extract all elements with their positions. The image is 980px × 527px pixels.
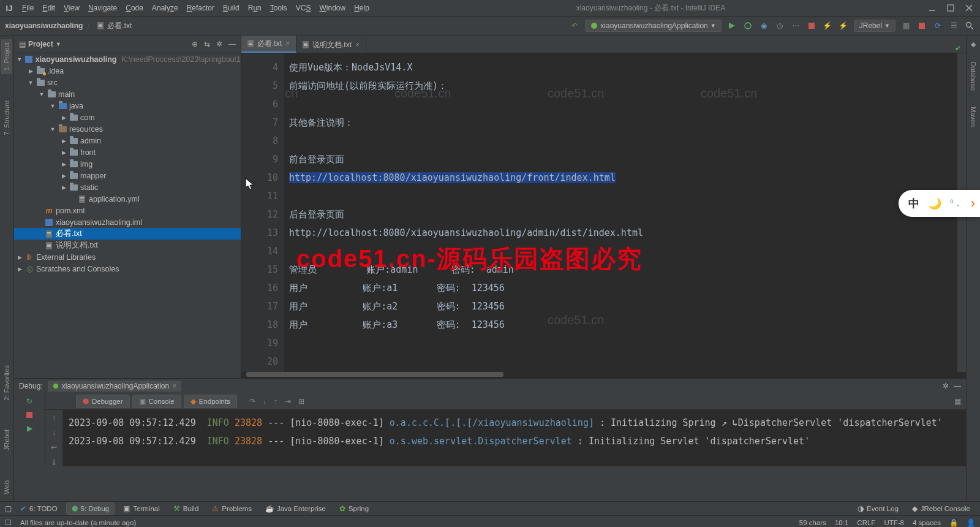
editor-tab-bikan[interactable]: 必看.txt× bbox=[241, 36, 296, 53]
menu-build[interactable]: Build bbox=[219, 2, 243, 14]
tree-folder-idea[interactable]: ▶.idea bbox=[14, 65, 241, 77]
menu-file[interactable]: File bbox=[18, 2, 37, 14]
menu-vcs[interactable]: VCS bbox=[292, 2, 315, 14]
tool-problems[interactable]: ⚠Problems bbox=[207, 503, 257, 514]
menu-edit[interactable]: Edit bbox=[39, 2, 59, 14]
expand-icon[interactable]: ⇆ bbox=[204, 40, 210, 48]
search-icon[interactable] bbox=[964, 20, 975, 31]
run-to-cursor-icon[interactable]: ⇥ bbox=[285, 397, 291, 406]
tool-tab-maven[interactable]: Maven bbox=[968, 104, 978, 129]
rerun-icon[interactable]: ↻ bbox=[26, 397, 32, 406]
tool-tab-database[interactable]: Database bbox=[968, 59, 978, 93]
debugger-tab[interactable]: ⬢Debugger bbox=[76, 395, 130, 408]
debug-button[interactable] bbox=[742, 20, 753, 31]
close-tab-icon[interactable]: × bbox=[355, 40, 360, 49]
status-lock-icon[interactable]: 🔒 bbox=[949, 518, 958, 527]
tool-todo[interactable]: ✔6: TODO bbox=[15, 503, 62, 514]
console-output[interactable]: 2023-09-08 09:57:12.429 INFO 23828 --- [… bbox=[62, 410, 966, 466]
ime-punct-icon[interactable]: ⁰， bbox=[950, 198, 962, 209]
locate-icon[interactable]: ⊕ bbox=[192, 40, 198, 48]
up-icon[interactable]: ↑ bbox=[52, 414, 56, 422]
hide-icon[interactable]: — bbox=[954, 382, 961, 390]
tool-event-log[interactable]: ◑Event Log bbox=[853, 503, 903, 514]
tool-tab-project[interactable]: 1: Project bbox=[1, 39, 12, 74]
ime-lang-label[interactable]: 中 bbox=[908, 196, 919, 211]
step-into-icon[interactable]: ↓ bbox=[263, 397, 266, 406]
tree-folder-static[interactable]: ▶static bbox=[14, 181, 241, 193]
tree-folder-front[interactable]: ▶front bbox=[14, 146, 241, 158]
build-icon[interactable]: ▦ bbox=[900, 20, 911, 31]
status-sync-icon[interactable]: ☐ bbox=[5, 518, 12, 527]
console-tab[interactable]: ▣Console bbox=[132, 395, 181, 408]
status-inspection-icon[interactable]: 👤 bbox=[967, 518, 975, 527]
status-encoding[interactable]: UTF-8 bbox=[884, 519, 904, 526]
back-arrow-icon[interactable]: ↶ bbox=[569, 20, 580, 31]
stop-button[interactable] bbox=[806, 20, 817, 31]
tree-file-iml[interactable]: xiaoyuansiwuzhaoling.iml bbox=[14, 216, 241, 228]
status-line-separator[interactable]: CRLF bbox=[857, 519, 875, 526]
tool-window-quick-access[interactable]: ▢ bbox=[5, 504, 12, 513]
layout-icon[interactable]: ▦ bbox=[949, 397, 966, 406]
tree-root[interactable]: ▼xiaoyuansiwuzhaolingK:\needProccess\202… bbox=[14, 53, 241, 65]
close-icon[interactable]: × bbox=[172, 382, 176, 390]
tree-folder-main[interactable]: ▼main bbox=[14, 88, 241, 100]
breadcrumb-file[interactable]: 必看.txt bbox=[107, 21, 132, 31]
coverage-icon[interactable]: ◉ bbox=[758, 20, 769, 31]
step-over-icon[interactable]: ↷ bbox=[249, 397, 255, 406]
tree-file-shuoming[interactable]: 说明文档.txt bbox=[14, 240, 241, 251]
tree-folder-mapper[interactable]: ▶mapper bbox=[14, 170, 241, 181]
tree-file-pom[interactable]: mpom.xml bbox=[14, 205, 241, 216]
inspection-ok-icon[interactable]: ✔ bbox=[950, 44, 966, 53]
close-button[interactable] bbox=[965, 4, 973, 12]
notification-icon[interactable]: ◆ bbox=[971, 40, 976, 48]
tool-jrebel-console[interactable]: ◆JRebel Console bbox=[907, 503, 975, 514]
tree-folder-java[interactable]: ▼java bbox=[14, 100, 241, 112]
tool-spring[interactable]: ✿Spring bbox=[334, 503, 374, 514]
menu-window[interactable]: Window bbox=[315, 2, 349, 14]
jrebel-dropdown[interactable]: JRebel ▼ bbox=[854, 20, 895, 32]
tool-debug[interactable]: ⬢5: Debug bbox=[66, 502, 115, 515]
status-indent[interactable]: 4 spaces bbox=[913, 519, 941, 526]
menu-tools[interactable]: Tools bbox=[266, 2, 291, 14]
evaluate-icon[interactable]: ⊞ bbox=[298, 397, 304, 406]
tree-scratches[interactable]: ▶◎Scratches and Consoles bbox=[14, 263, 241, 275]
debug-session-tab[interactable]: xiaoyuansiwuzhaolingApplication× bbox=[48, 381, 181, 392]
tool-tab-favorites[interactable]: 2: Favorites bbox=[2, 363, 12, 403]
tool-build[interactable]: ⚒Build bbox=[168, 503, 204, 514]
menu-analyze[interactable]: Analyze bbox=[148, 2, 182, 14]
menu-code[interactable]: Code bbox=[122, 2, 147, 14]
status-caret-position[interactable]: 10:1 bbox=[835, 519, 848, 526]
menu-refactor[interactable]: Refactor bbox=[183, 2, 218, 14]
resume-icon[interactable]: ▶ bbox=[27, 424, 32, 433]
chevron-down-icon[interactable]: ▼ bbox=[56, 41, 61, 47]
minimize-button[interactable] bbox=[929, 4, 936, 12]
tool-tab-jrebel[interactable]: JRebel bbox=[2, 427, 12, 453]
step-out-icon[interactable]: ↑ bbox=[274, 397, 277, 406]
menu-help[interactable]: Help bbox=[350, 2, 373, 14]
tree-folder-img[interactable]: ▶img bbox=[14, 158, 241, 170]
ime-floating-widget[interactable]: 中 🌙 ⁰， › bbox=[899, 190, 980, 217]
chevron-right-icon[interactable]: › bbox=[971, 195, 975, 211]
tree-folder-admin[interactable]: ▶admin bbox=[14, 135, 241, 146]
tree-folder-com[interactable]: ▶com bbox=[14, 112, 241, 123]
editor-content[interactable]: 使用Vue版本：NodeJsV14.X 前端访问地址(以前段实际运行为准)： 其… bbox=[284, 53, 957, 372]
stop-icon[interactable] bbox=[26, 412, 32, 418]
wrap-icon[interactable]: ↩ bbox=[51, 443, 57, 452]
jrebel-debug-icon[interactable]: ⚡ bbox=[838, 20, 849, 31]
hide-icon[interactable]: — bbox=[228, 40, 236, 48]
horizontal-scrollbar[interactable] bbox=[246, 372, 503, 377]
down-icon[interactable]: ↓ bbox=[52, 428, 56, 437]
update-icon[interactable]: ⟳ bbox=[932, 20, 943, 31]
tree-folder-resources[interactable]: ▼resources bbox=[14, 123, 241, 135]
profiler-icon[interactable]: ◷ bbox=[774, 20, 785, 31]
tool-javaee[interactable]: ☕Java Enterprise bbox=[260, 503, 331, 514]
tree-file-bikan[interactable]: 必看.txt bbox=[14, 228, 241, 240]
editor-tab-shuoming[interactable]: 说明文档.txt× bbox=[296, 37, 366, 53]
tree-folder-src[interactable]: ▼src bbox=[14, 77, 241, 88]
run-configuration-dropdown[interactable]: xiaoyuansiwuzhaolingApplication ▼ bbox=[585, 20, 721, 32]
settings-icon[interactable]: ✲ bbox=[943, 382, 949, 390]
tool-tab-web[interactable]: Web bbox=[2, 478, 12, 496]
endpoints-tab[interactable]: ◆Endpoints bbox=[184, 395, 237, 408]
close-tab-icon[interactable]: × bbox=[285, 39, 290, 48]
run-button[interactable] bbox=[726, 20, 737, 31]
